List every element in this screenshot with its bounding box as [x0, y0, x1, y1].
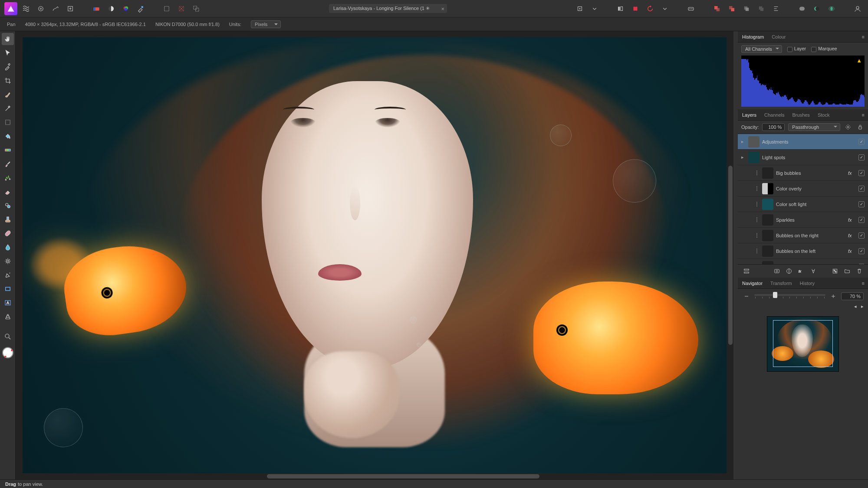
magic-wand-icon[interactable]: [2, 102, 14, 115]
zoom-tool-icon[interactable]: [2, 331, 14, 343]
inpaint-tool-icon[interactable]: [2, 213, 14, 226]
layer-fx-badge[interactable]: fx: [848, 249, 856, 254]
vr-icon[interactable]: [685, 3, 697, 15]
layer-expand-arrow[interactable]: ▸: [741, 139, 746, 144]
navigator-preview[interactable]: [738, 310, 868, 479]
gear-icon[interactable]: [844, 123, 852, 131]
layer-visibility-checkbox[interactable]: [858, 186, 865, 192]
canvas-viewport[interactable]: [16, 31, 733, 479]
move-tool-icon[interactable]: [2, 47, 14, 59]
clone-tool-icon[interactable]: [2, 200, 14, 212]
mask-add-icon[interactable]: [773, 267, 781, 275]
navigator-thumbnail[interactable]: [767, 316, 839, 372]
eraser-tool-icon[interactable]: [2, 186, 14, 198]
color-picker-tool-icon[interactable]: [135, 3, 147, 15]
trash-icon[interactable]: [855, 267, 864, 275]
zoom-out-button[interactable]: [742, 292, 751, 300]
pixel-layer-add-icon[interactable]: [831, 267, 839, 275]
arrange-rotate-icon[interactable]: [644, 3, 656, 15]
zoom-in-button[interactable]: [829, 292, 838, 300]
crop-tool-icon[interactable]: [2, 75, 14, 87]
tab-stock[interactable]: Stock: [817, 111, 831, 119]
document-title-tab[interactable]: Larisa-Vysotskaya - Longing For Silence …: [329, 4, 447, 13]
panel-menu-icon[interactable]: ≡: [858, 281, 868, 286]
layer-row[interactable]: Bubbles on the rightfx: [738, 228, 868, 243]
layer-fx-badge[interactable]: fx: [848, 217, 856, 223]
units-select[interactable]: Pixels: [251, 20, 281, 28]
marquee-checkbox[interactable]: Marquee: [811, 46, 837, 52]
tab-colour[interactable]: Colour: [771, 33, 786, 41]
bool-int-icon[interactable]: [825, 3, 838, 15]
layer-visibility-checkbox[interactable]: [858, 233, 865, 239]
chevron-down-icon[interactable]: [589, 3, 601, 15]
layer-fx-badge[interactable]: fx: [848, 233, 856, 238]
vertical-scrollbar[interactable]: [728, 166, 733, 345]
eyedropper-tool-icon[interactable]: [2, 61, 14, 73]
selection-intersect-icon[interactable]: [190, 3, 202, 15]
layer-visibility-checkbox[interactable]: [858, 217, 865, 223]
mixer-brush-icon[interactable]: [2, 172, 14, 184]
tab-histogram[interactable]: Histogram: [741, 33, 765, 41]
arrange-center-icon[interactable]: [629, 3, 641, 15]
livefilter-add-icon[interactable]: [809, 267, 818, 275]
horizontal-scrollbar[interactable]: [267, 474, 540, 478]
zoom-value-input[interactable]: 70 %: [841, 292, 864, 300]
nav-expand-left-icon[interactable]: ◂: [854, 304, 857, 309]
tab-history[interactable]: History: [799, 279, 815, 288]
rgb-wheel-icon[interactable]: [120, 3, 132, 15]
arrange-left-icon[interactable]: [615, 3, 627, 15]
marquee-tool-icon[interactable]: [2, 116, 14, 128]
layer-checkbox[interactable]: Layer: [787, 46, 806, 52]
layer-visibility-checkbox[interactable]: [858, 201, 865, 207]
layer-row[interactable]: Color overly: [738, 181, 868, 197]
tab-brushes[interactable]: Brushes: [792, 111, 811, 119]
panel-menu-icon[interactable]: ≡: [858, 34, 868, 39]
pan-tool-icon[interactable]: [2, 33, 14, 45]
group-add-icon[interactable]: [843, 267, 852, 275]
dodge-tool-icon[interactable]: [2, 255, 14, 267]
perspective-tool-icon[interactable]: [2, 311, 14, 323]
layer-row[interactable]: Sparklesfx: [738, 212, 868, 228]
edit-layers-icon[interactable]: [742, 267, 751, 275]
selection-subtract-icon[interactable]: [175, 3, 187, 15]
pen-tool-icon[interactable]: [2, 269, 14, 281]
bool-sub-icon[interactable]: [811, 3, 823, 15]
layer-visibility-checkbox[interactable]: [858, 248, 865, 254]
layer-row[interactable]: Small bubbles: [738, 259, 868, 264]
layer-row[interactable]: ▸Adjustments: [738, 134, 868, 150]
fx-add-icon[interactable]: fx: [797, 267, 806, 275]
layer-visibility-checkbox[interactable]: [858, 154, 865, 160]
paintbrush-tool-icon[interactable]: [2, 158, 14, 170]
layer-expand-arrow[interactable]: ▸: [741, 154, 746, 160]
persona-liquefy-icon[interactable]: [49, 3, 62, 15]
nav-expand-right-icon[interactable]: ▸: [861, 304, 864, 309]
healing-tool-icon[interactable]: [2, 227, 14, 239]
text-tool-icon[interactable]: A: [2, 297, 14, 309]
zoom-slider[interactable]: [754, 294, 825, 296]
navigator-view-rect[interactable]: [773, 320, 833, 367]
layer-visibility-checkbox[interactable]: [858, 139, 865, 145]
selection-new-icon[interactable]: [161, 3, 173, 15]
lock-icon[interactable]: [856, 123, 865, 131]
rectangle-tool-icon[interactable]: [2, 283, 14, 295]
gradient-tool-icon[interactable]: [2, 144, 14, 156]
layer-group2-icon[interactable]: [755, 3, 767, 15]
quicklook-icon[interactable]: [574, 3, 586, 15]
adjustment-add-icon[interactable]: [785, 267, 793, 275]
bool-add-icon[interactable]: [796, 3, 808, 15]
layer-back-icon[interactable]: [711, 3, 723, 15]
tab-layers[interactable]: Layers: [741, 111, 757, 119]
panel-menu-icon[interactable]: ≡: [858, 112, 868, 118]
tab-navigator[interactable]: Navigator: [741, 279, 763, 288]
layer-visibility-checkbox[interactable]: [858, 170, 865, 176]
opacity-input[interactable]: 100 %: [762, 123, 785, 131]
layer-row[interactable]: Bubbles on the leftfx: [738, 243, 868, 259]
tab-channels[interactable]: Channels: [763, 111, 785, 119]
selection-brush-icon[interactable]: [2, 88, 14, 101]
blendmode-select[interactable]: Passthrough: [788, 123, 840, 131]
account-icon[interactable]: [852, 3, 864, 15]
blur-tool-icon[interactable]: [2, 241, 14, 253]
layer-front-icon[interactable]: [726, 3, 738, 15]
canvas-image[interactable]: [23, 37, 727, 473]
layer-row[interactable]: Color soft light: [738, 197, 868, 212]
